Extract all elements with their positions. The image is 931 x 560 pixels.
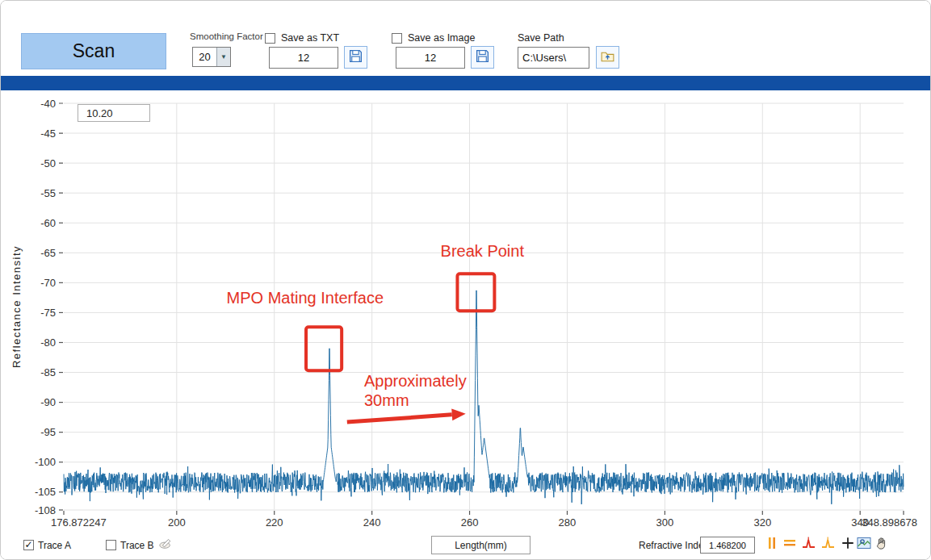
x-tick-label: 176.872247: [51, 516, 107, 529]
y-tick-label: -40: [40, 98, 56, 110]
y-tick-label: -105: [35, 486, 56, 498]
y-tick-label: -85: [40, 366, 56, 378]
annotation-label: MPO Mating Interface: [227, 289, 384, 307]
trace-a-label: Trace A: [38, 540, 71, 551]
x-tick-label: 200: [168, 516, 186, 529]
x-tick-label: 348.898678: [862, 516, 917, 529]
save-txt-label: Save as TXT: [281, 32, 339, 44]
y-tick-label: -70: [40, 277, 56, 289]
footer-bar: Trace A Trace B Length(mm) Refractive In…: [1, 531, 930, 560]
peak-curve-red-icon: [801, 535, 817, 554]
peak-curve-orange-icon: [820, 535, 837, 554]
y-tick-label: -90: [40, 396, 56, 408]
cursor-readout: 10.20: [78, 104, 150, 122]
peak-search-tool-2[interactable]: [820, 535, 837, 554]
save-txt-checkbox[interactable]: [265, 33, 275, 44]
header-divider-bar: [1, 76, 930, 90]
annotation-label: Approximately: [364, 372, 467, 390]
crosshair-icon: [841, 536, 855, 554]
save-image-button[interactable]: [471, 46, 494, 69]
crosshair-tool[interactable]: [839, 535, 857, 554]
save-path-input[interactable]: [518, 47, 589, 69]
chart-panel: -40-45-50-55-60-65-70-75-80-85-90-95-100…: [1, 91, 931, 531]
save-txt-filename-input[interactable]: [269, 47, 338, 69]
y-tick-label: -80: [40, 336, 56, 349]
x-tick-label: 300: [656, 516, 674, 529]
refractive-index-label: Refractive Index: [639, 540, 709, 551]
vertical-cursor-bars-icon: [764, 535, 780, 554]
horizontal-lines-icon: [782, 535, 798, 554]
annotation-arrow-line: [347, 415, 452, 422]
save-image-checkbox[interactable]: [392, 33, 402, 44]
reflectance-chart[interactable]: -40-45-50-55-60-65-70-75-80-85-90-95-100…: [1, 91, 931, 531]
smoothing-factor-dropdown[interactable]: 20 ▼: [192, 47, 231, 67]
chevron-down-icon[interactable]: ▼: [216, 48, 230, 66]
x-tick-label: 220: [266, 516, 283, 529]
y-tick-label: -60: [40, 217, 56, 229]
y-tick-label: -45: [40, 127, 56, 140]
pen-icon: [158, 536, 173, 554]
pan-hand-icon: [874, 536, 889, 554]
y-tick-label: -95: [40, 426, 56, 438]
trace-a-line: [64, 290, 904, 504]
x-axis-label-box: Length(mm): [431, 536, 531, 554]
peak-search-tool-1[interactable]: [800, 535, 818, 554]
y-axis-title: Reflectance Intensity: [10, 245, 23, 368]
floppy-disk-icon: [348, 48, 363, 67]
save-txt-button[interactable]: [344, 46, 367, 69]
scan-button[interactable]: Scan: [21, 33, 166, 69]
pen-tool-button[interactable]: [157, 535, 174, 554]
x-tick-label: 280: [559, 516, 577, 529]
annotation-label: 30mm: [364, 391, 409, 409]
annotation-box: [306, 327, 342, 370]
toolbar: Scan Smoothing Factor 20 ▼ Save as TXT S…: [1, 1, 930, 76]
save-path-label: Save Path: [518, 32, 564, 44]
smoothing-factor-value: 20: [193, 48, 216, 66]
y-tick-label: -75: [40, 307, 56, 319]
zoom-image-icon: [856, 535, 872, 554]
trace-b-label: Trace B: [120, 540, 154, 551]
x-tick-label: 260: [461, 516, 479, 529]
annotation-arrow-head: [451, 408, 465, 420]
folder-browse-icon: [600, 48, 615, 67]
cursor-bars-tool[interactable]: [763, 535, 781, 554]
floppy-disk-icon: [475, 48, 490, 67]
trace-b-checkbox[interactable]: [106, 540, 116, 550]
refractive-index-input[interactable]: [700, 537, 755, 554]
y-tick-label: -55: [40, 187, 56, 199]
horizontal-cursor-tool[interactable]: [781, 535, 799, 554]
pan-tool[interactable]: [873, 535, 891, 554]
y-tick-label: -50: [40, 157, 56, 169]
save-image-label: Save as Image: [408, 32, 475, 44]
y-tick-label: -108: [35, 504, 56, 516]
x-tick-label: 320: [753, 516, 771, 529]
x-tick-label: 240: [363, 516, 381, 529]
app-window: Scan Smoothing Factor 20 ▼ Save as TXT S…: [0, 0, 931, 560]
browse-path-button[interactable]: [596, 46, 619, 69]
y-tick-label: -65: [40, 247, 56, 259]
zoom-tool[interactable]: [855, 535, 873, 554]
trace-a-checkbox[interactable]: [23, 540, 34, 550]
smoothing-factor-label: Smoothing Factor: [190, 31, 263, 41]
save-image-filename-input[interactable]: [396, 47, 465, 69]
annotation-label: Break Point: [441, 242, 525, 260]
y-tick-label: -100: [35, 456, 56, 468]
